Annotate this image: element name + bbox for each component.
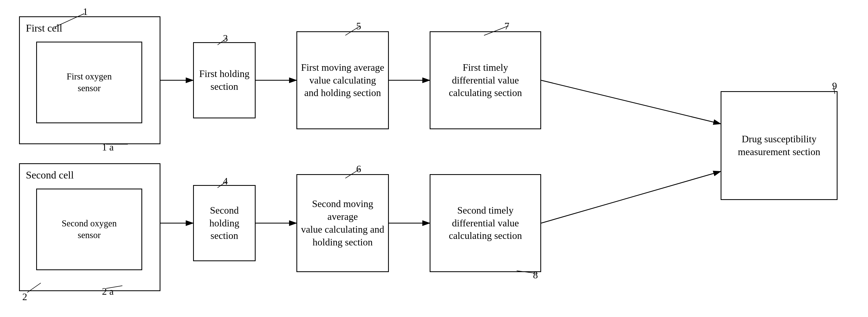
num-2: 2 xyxy=(22,291,27,302)
drug-box: Drug susceptibilitymeasurement section xyxy=(721,91,838,200)
num-4: 4 xyxy=(223,175,228,187)
num-3: 3 xyxy=(223,33,228,44)
num-1: 1 xyxy=(83,6,88,18)
mavg2-label: Second moving averagevalue calculating a… xyxy=(300,198,386,249)
svg-line-8 xyxy=(541,171,721,223)
tdiff1-label: First timelydifferential valuecalculatin… xyxy=(449,61,522,99)
num-9: 9 xyxy=(832,80,837,92)
mavg1-label: First moving averagevalue calculatingand… xyxy=(301,61,384,99)
cell2-outer: Second cell Second oxygensensor xyxy=(19,163,160,291)
num-6: 6 xyxy=(356,163,361,175)
num-8: 8 xyxy=(533,269,538,281)
num-1a: 1 a xyxy=(102,142,114,153)
hold2-label: Second holdingsection xyxy=(196,204,253,242)
tdiff2-label: Second timelydifferential valuecalculati… xyxy=(449,204,522,242)
tdiff1-box: First timelydifferential valuecalculatin… xyxy=(430,31,541,129)
num-7: 7 xyxy=(504,21,509,32)
hold1-label: First holdingsection xyxy=(199,67,249,93)
sensor1-label: First oxygensensor xyxy=(67,71,112,94)
sensor1-box: First oxygensensor xyxy=(36,41,142,123)
hold1-box: First holdingsection xyxy=(193,42,256,118)
diagram: First cell First oxygensensor Second cel… xyxy=(0,0,868,317)
tdiff2-box: Second timelydifferential valuecalculati… xyxy=(430,174,541,272)
sensor2-box: Second oxygensensor xyxy=(36,189,142,270)
mavg1-box: First moving averagevalue calculatingand… xyxy=(297,31,389,129)
drug-label: Drug susceptibilitymeasurement section xyxy=(738,133,820,158)
cell2-label: Second cell xyxy=(26,169,74,181)
num-2a: 2 a xyxy=(102,286,114,297)
cell1-label: First cell xyxy=(26,22,62,34)
cell1-outer: First cell First oxygensensor xyxy=(19,16,160,144)
svg-line-4 xyxy=(541,80,721,124)
sensor2-label: Second oxygensensor xyxy=(62,218,117,241)
num-5: 5 xyxy=(356,21,361,32)
hold2-box: Second holdingsection xyxy=(193,185,256,261)
mavg2-box: Second moving averagevalue calculating a… xyxy=(297,174,389,272)
